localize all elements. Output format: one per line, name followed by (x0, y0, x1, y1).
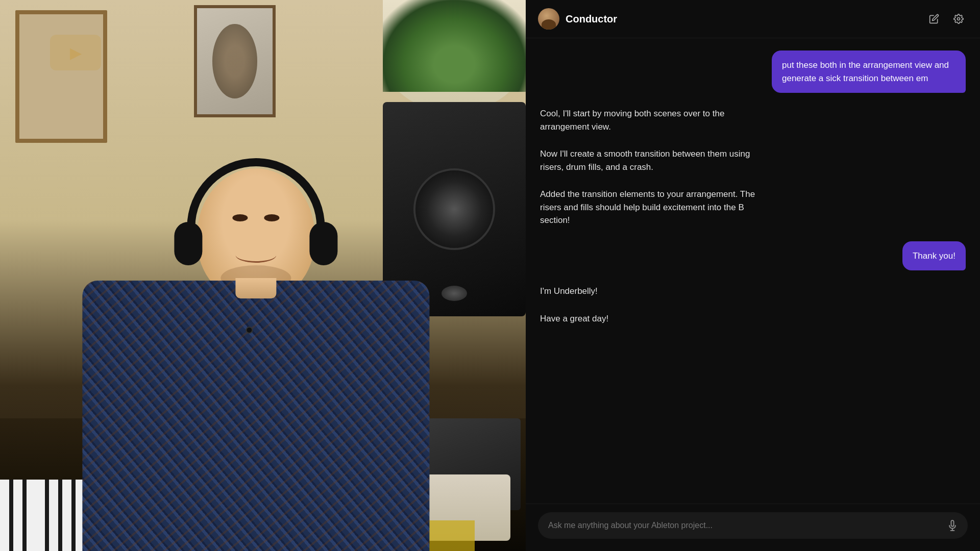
chat-messages: put these both in the arrangement view a… (526, 38, 980, 504)
person-body (82, 133, 429, 551)
assistant-bubble: Have a great day! (540, 312, 608, 325)
input-container (538, 512, 968, 539)
assistant-bubble: I'm Underbelly! (540, 285, 598, 298)
lapel-mic (246, 327, 253, 334)
neck (235, 278, 276, 298)
wall-art-right (194, 5, 276, 117)
plant-leaves (383, 0, 526, 92)
shirt (82, 281, 429, 551)
assistant-bubble: Now I'll create a smooth transition betw… (540, 147, 765, 173)
message-row: Thank you! (540, 241, 966, 271)
speaker-tweeter (442, 286, 467, 301)
settings-button[interactable] (949, 10, 968, 28)
user-bubble: put these both in the arrangement view a… (772, 51, 966, 93)
chat-title: Conductor (566, 13, 919, 25)
user-bubble: Thank you! (902, 241, 966, 271)
video-panel: ▶ (0, 0, 526, 551)
svg-point-0 (958, 18, 960, 20)
svg-rect-1 (951, 520, 954, 527)
plant-pot (383, 0, 526, 112)
youtube-icon: ▶ (50, 35, 101, 70)
message-row: Have a great day! (540, 312, 966, 325)
assistant-bubble: Added the transition elements to your ar… (540, 188, 765, 227)
message-row: Added the transition elements to your ar… (540, 188, 966, 227)
headphone-cup-left (174, 222, 202, 265)
avatar (538, 8, 559, 30)
headphones-arc (187, 158, 325, 235)
message-row: Now I'll create a smooth transition betw… (540, 147, 966, 173)
compose-button[interactable] (925, 10, 943, 28)
message-row: Cool, I'll start by moving both scenes o… (540, 107, 966, 133)
chat-panel: Conductor put these both in the arrangem… (526, 0, 980, 551)
chat-input-area (526, 504, 980, 551)
chat-input[interactable] (548, 521, 942, 530)
message-row: I'm Underbelly! (540, 285, 966, 298)
chat-header: Conductor (526, 0, 980, 38)
headphone-cup-right (309, 222, 337, 265)
wall-art-left: ▶ (15, 10, 107, 143)
assistant-bubble: Cool, I'll start by moving both scenes o… (540, 107, 765, 133)
mic-button[interactable] (947, 519, 958, 532)
message-row: put these both in the arrangement view a… (540, 51, 966, 93)
